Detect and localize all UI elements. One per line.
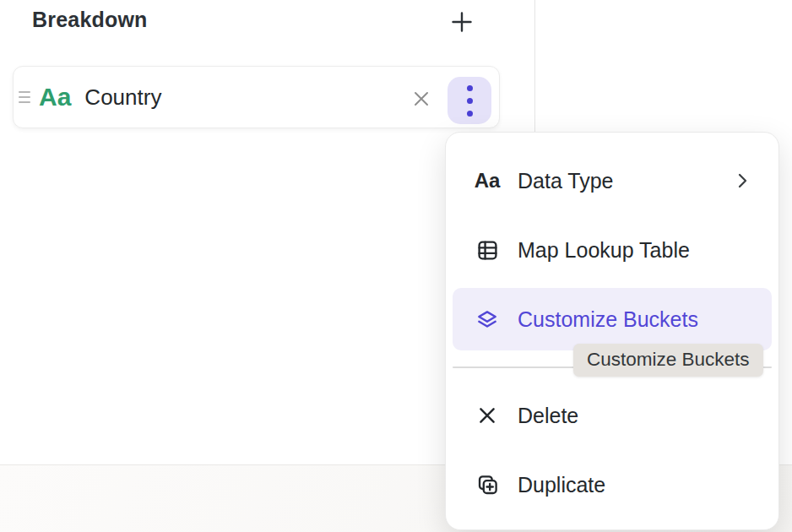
stack-icon: [473, 308, 502, 330]
menu-item-label: Duplicate: [518, 473, 605, 497]
menu-item-delete[interactable]: Delete: [453, 384, 772, 447]
menu-item-duplicate[interactable]: Duplicate: [453, 453, 772, 516]
menu-item-label: Customize Buckets: [518, 307, 698, 332]
close-icon: [410, 87, 433, 111]
page-title: Breakdown: [32, 8, 148, 32]
plus-icon: [449, 9, 475, 35]
add-breakdown-button[interactable]: [447, 7, 477, 37]
text-type-icon: Aa: [39, 84, 71, 110]
copy-plus-icon: [473, 474, 502, 497]
menu-item-map-lookup-table[interactable]: Map Lookup Table: [453, 219, 772, 281]
remove-field-button[interactable]: [408, 85, 435, 112]
x-icon: [473, 404, 502, 426]
drag-handle-icon[interactable]: [19, 91, 30, 103]
field-menu-button[interactable]: [448, 77, 491, 124]
field-context-menu: Aa Data Type Map Lookup Table: [445, 132, 779, 530]
text-type-icon: Aa: [473, 171, 502, 191]
menu-item-label: Data Type: [518, 169, 614, 193]
menu-item-customize-buckets[interactable]: Customize Buckets: [453, 288, 772, 350]
field-label: Country: [84, 84, 161, 111]
menu-item-label: Map Lookup Table: [518, 238, 690, 263]
table-icon: [473, 239, 502, 262]
panel-header: Breakdown: [0, 0, 534, 51]
kebab-menu-icon: [467, 85, 473, 117]
menu-item-data-type[interactable]: Aa Data Type: [453, 149, 772, 212]
chevron-right-icon: [733, 171, 751, 190]
menu-item-label: Delete: [518, 404, 578, 428]
breakdown-field-card[interactable]: Aa Country: [13, 66, 500, 128]
customize-buckets-tooltip: Customize Buckets: [573, 344, 763, 377]
